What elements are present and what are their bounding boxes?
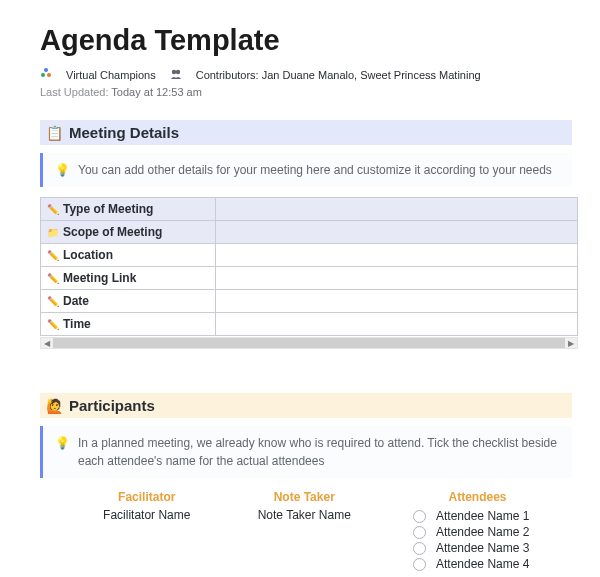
field-label-text: Location bbox=[63, 248, 113, 262]
meeting-details-callout: 💡 You can add other details for your mee… bbox=[40, 153, 572, 187]
participants-callout-text: In a planned meeting, we already know wh… bbox=[78, 434, 562, 470]
scroll-left-arrow[interactable]: ◀ bbox=[41, 338, 53, 348]
list-item: Attendee Name 4 bbox=[413, 556, 572, 572]
attendee-name[interactable]: Attendee Name 1 bbox=[436, 509, 529, 523]
field-label: ✏️Date bbox=[41, 290, 216, 313]
field-label: 📁Scope of Meeting bbox=[41, 221, 216, 244]
facilitator-column: Facilitator Facilitator Name bbox=[68, 490, 226, 572]
list-item: Attendee Name 3 bbox=[413, 540, 572, 556]
participants-heading: Participants bbox=[69, 397, 155, 414]
meeting-details-heading: Meeting Details bbox=[69, 124, 179, 141]
field-label: ✏️Location bbox=[41, 244, 216, 267]
folder-icon: 📁 bbox=[47, 227, 59, 238]
section-meeting-details-header: 📋 Meeting Details bbox=[40, 120, 572, 145]
contributors-icon bbox=[170, 68, 182, 82]
facilitator-header: Facilitator bbox=[68, 490, 226, 504]
last-updated: Last Updated: Today at 12:53 am bbox=[40, 86, 572, 98]
field-value[interactable] bbox=[216, 267, 578, 290]
table-row: ✏️Date bbox=[41, 290, 578, 313]
scrollbar-thumb[interactable] bbox=[53, 338, 565, 348]
table-row: 📁Scope of Meeting bbox=[41, 221, 578, 244]
field-value[interactable] bbox=[216, 313, 578, 336]
attendees-column: Attendees Attendee Name 1Attendee Name 2… bbox=[383, 490, 572, 572]
field-label: ✏️Meeting Link bbox=[41, 267, 216, 290]
pencil-icon: ✏️ bbox=[47, 296, 59, 307]
note-taker-name[interactable]: Note Taker Name bbox=[226, 508, 384, 522]
attendee-name[interactable]: Attendee Name 3 bbox=[436, 541, 529, 555]
attendee-name[interactable]: Attendee Name 2 bbox=[436, 525, 529, 539]
attendee-checkbox[interactable] bbox=[413, 558, 426, 571]
last-updated-value: Today at 12:53 am bbox=[111, 86, 202, 98]
space-name[interactable]: Virtual Champions bbox=[66, 69, 156, 81]
field-label: ✏️Type of Meeting bbox=[41, 198, 216, 221]
participants-grid: Facilitator Facilitator Name Note Taker … bbox=[40, 490, 572, 572]
meeting-details-table: ✏️Type of Meeting📁Scope of Meeting✏️Loca… bbox=[40, 197, 578, 336]
contributors-list[interactable]: Jan Duane Manalo, Sweet Princess Matinin… bbox=[262, 69, 481, 81]
space-icon bbox=[40, 67, 52, 82]
attendee-name[interactable]: Attendee Name 4 bbox=[436, 557, 529, 571]
svg-point-4 bbox=[175, 69, 179, 73]
field-label-text: Scope of Meeting bbox=[63, 225, 162, 239]
table-row: ✏️Time bbox=[41, 313, 578, 336]
field-value[interactable] bbox=[216, 244, 578, 267]
participants-callout: 💡 In a planned meeting, we already know … bbox=[40, 426, 572, 478]
attendees-header: Attendees bbox=[383, 490, 572, 504]
pencil-icon: ✏️ bbox=[47, 273, 59, 284]
page-title: Agenda Template bbox=[40, 24, 572, 57]
section-participants-header: 🙋 Participants bbox=[40, 393, 572, 418]
contributors-label: Contributors: Jan Duane Manalo, Sweet Pr… bbox=[196, 69, 481, 81]
raised-hand-icon: 🙋 bbox=[46, 398, 63, 414]
attendee-checkbox[interactable] bbox=[413, 510, 426, 523]
attendee-checkbox[interactable] bbox=[413, 542, 426, 555]
field-value[interactable] bbox=[216, 198, 578, 221]
svg-point-2 bbox=[47, 73, 51, 77]
table-row: ✏️Location bbox=[41, 244, 578, 267]
svg-point-0 bbox=[44, 68, 48, 72]
attendees-list: Attendee Name 1Attendee Name 2Attendee N… bbox=[383, 508, 572, 572]
pencil-icon: ✏️ bbox=[47, 250, 59, 261]
field-label-text: Date bbox=[63, 294, 89, 308]
pencil-icon: ✏️ bbox=[47, 319, 59, 330]
field-label-text: Time bbox=[63, 317, 91, 331]
note-taker-header: Note Taker bbox=[226, 490, 384, 504]
field-label-text: Type of Meeting bbox=[63, 202, 153, 216]
svg-point-3 bbox=[171, 69, 175, 73]
svg-point-1 bbox=[41, 73, 45, 77]
attendee-checkbox[interactable] bbox=[413, 526, 426, 539]
meeting-details-callout-text: You can add other details for your meeti… bbox=[78, 161, 552, 179]
note-taker-column: Note Taker Note Taker Name bbox=[226, 490, 384, 572]
field-value[interactable] bbox=[216, 221, 578, 244]
bulb-icon: 💡 bbox=[55, 434, 70, 470]
scroll-right-arrow[interactable]: ▶ bbox=[565, 338, 577, 348]
table-row: ✏️Type of Meeting bbox=[41, 198, 578, 221]
field-value[interactable] bbox=[216, 290, 578, 313]
facilitator-name[interactable]: Facilitator Name bbox=[68, 508, 226, 522]
table-row: ✏️Meeting Link bbox=[41, 267, 578, 290]
list-item: Attendee Name 1 bbox=[413, 508, 572, 524]
clipboard-icon: 📋 bbox=[46, 125, 63, 141]
list-item: Attendee Name 2 bbox=[413, 524, 572, 540]
horizontal-scrollbar[interactable]: ◀ ▶ bbox=[40, 337, 578, 349]
pencil-icon: ✏️ bbox=[47, 204, 59, 215]
field-label-text: Meeting Link bbox=[63, 271, 136, 285]
field-label: ✏️Time bbox=[41, 313, 216, 336]
bulb-icon: 💡 bbox=[55, 161, 70, 179]
doc-meta-row: Virtual Champions Contributors: Jan Duan… bbox=[40, 67, 572, 82]
